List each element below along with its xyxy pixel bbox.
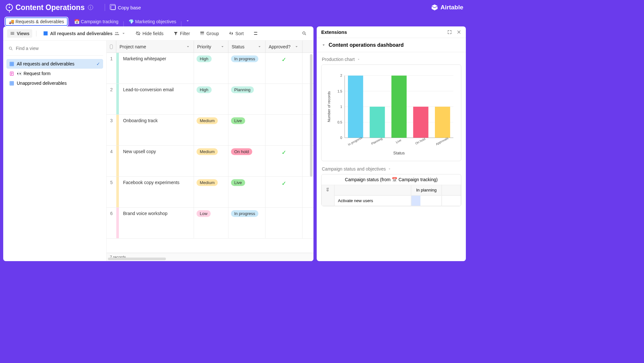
svg-rect-6 <box>254 34 257 35</box>
column-project[interactable]: Project name <box>116 41 194 53</box>
top-bar: Content Operations i Copy base Airtable <box>0 0 469 15</box>
column-status[interactable]: Status <box>228 41 265 53</box>
check-icon: ✓ <box>282 56 286 83</box>
cell-priority[interactable]: High <box>194 84 228 114</box>
chevron-down-icon <box>321 43 326 47</box>
row-number: 2 <box>107 84 116 114</box>
check-icon: ✓ <box>282 149 286 176</box>
cell-approved[interactable]: ✓ <box>265 53 303 83</box>
find-view-input[interactable] <box>16 46 101 51</box>
table-row[interactable]: 6Brand voice workshopLowIn progress <box>107 208 313 239</box>
airtable-logo[interactable]: Airtable <box>431 4 463 11</box>
svg-text:1: 1 <box>340 105 342 109</box>
row-height-button[interactable] <box>250 29 261 37</box>
sort-button[interactable]: Sort <box>226 29 247 38</box>
separator <box>105 4 105 11</box>
svg-text:0: 0 <box>340 136 342 140</box>
svg-rect-2 <box>200 32 204 33</box>
cell-priority[interactable]: Medium <box>194 177 228 207</box>
priority-bar <box>116 146 119 176</box>
pivot-row-label[interactable]: Activate new users <box>334 195 411 206</box>
view-item-unapproved[interactable]: Unapproved deliverables <box>6 78 103 88</box>
campaign-section-label[interactable]: Campaign status and objectives <box>322 166 461 172</box>
chevron-down-icon[interactable] <box>294 44 299 49</box>
vertical-scrollbar[interactable] <box>310 54 312 177</box>
extensions-pane: Extensions Content operations dashboard … <box>317 26 466 261</box>
chevron-down-icon <box>185 18 190 23</box>
cell-status[interactable]: In progress <box>228 53 265 83</box>
chart-section-label[interactable]: Production chart <box>322 57 461 62</box>
cell-approved[interactable] <box>265 115 303 145</box>
group-button[interactable]: Group <box>197 29 222 38</box>
view-item-request-form[interactable]: 👀 Request form <box>6 69 103 78</box>
priority-bar <box>116 53 119 83</box>
tab-campaign[interactable]: 📅 Campaign tracking <box>70 17 123 26</box>
cell-project[interactable]: Onboarding track <box>120 115 194 145</box>
eye-off-icon <box>136 31 140 36</box>
table-row[interactable]: 4New upsell copyMediumOn hold✓ <box>107 146 313 177</box>
expand-icon[interactable] <box>447 30 452 34</box>
select-all-cell[interactable] <box>107 41 116 53</box>
table-row[interactable]: 3Onboarding trackMediumLive <box>107 115 313 146</box>
checkbox[interactable] <box>110 44 113 49</box>
cell-project[interactable]: New upsell copy <box>120 146 194 176</box>
grid-pane: Views All requests and deliverables Hide… <box>3 26 313 261</box>
cell-project[interactable]: Facebook copy experiments <box>120 177 194 207</box>
table-row[interactable]: 2Lead-to-conversion emailHighPlanning <box>107 84 313 115</box>
info-icon[interactable]: i <box>88 5 93 10</box>
cell-project[interactable]: Marketing whitepaper <box>120 53 194 83</box>
cell-priority[interactable]: Low <box>194 208 228 238</box>
svg-text:1.5: 1.5 <box>337 89 342 93</box>
chevron-down-icon <box>357 57 360 61</box>
cell-status[interactable]: Planning <box>228 84 265 114</box>
chevron-down-icon[interactable] <box>186 44 190 49</box>
cell-priority[interactable]: Medium <box>194 146 228 176</box>
cell-approved[interactable]: ✓ <box>265 146 303 176</box>
cell-status[interactable]: In progress <box>228 208 265 238</box>
grid-header: Project name Priority Status Approv <box>107 41 313 53</box>
table-row[interactable]: 1Marketing whitepaperHighIn progress✓ <box>107 53 313 84</box>
close-icon[interactable] <box>457 30 461 34</box>
pivot-col-header: In planning <box>411 185 442 195</box>
table-row[interactable]: 5Facebook copy experimentsMediumLive✓ <box>107 177 313 208</box>
base-title[interactable]: Content Operations <box>15 3 85 12</box>
filter-button[interactable]: Filter <box>170 29 193 38</box>
cell-priority[interactable]: Medium <box>194 115 228 145</box>
chevron-down-icon[interactable] <box>220 44 225 49</box>
copy-base-button[interactable]: Copy base <box>111 5 141 10</box>
hide-fields-button[interactable]: Hide fields <box>133 29 166 38</box>
pivot-cell[interactable] <box>411 195 442 206</box>
current-view-button[interactable]: All requests and deliverables <box>40 29 129 38</box>
svg-rect-4 <box>200 34 204 35</box>
tab-marketing[interactable]: 💎 Marketing objectives <box>124 17 181 26</box>
cell-status[interactable]: Live <box>228 177 265 207</box>
priority-bar <box>116 177 119 207</box>
chevron-down-icon <box>388 167 391 171</box>
cell-project[interactable]: Brand voice workshop <box>120 208 194 238</box>
cell-project[interactable]: Lead-to-conversion email <box>120 84 194 114</box>
column-approved[interactable]: Approved? <box>265 41 303 53</box>
chevron-down-icon[interactable] <box>257 44 262 49</box>
cell-priority[interactable]: High <box>194 53 228 83</box>
views-button[interactable]: Views <box>7 29 32 38</box>
tab-requests[interactable]: 🚚 Requests & deliverables <box>5 17 68 26</box>
view-item-all-requests[interactable]: All requests and deliverables ✓ <box>6 59 103 69</box>
view-toolbar: Views All requests and deliverables Hide… <box>3 26 313 41</box>
column-priority[interactable]: Priority <box>194 41 228 53</box>
cell-approved[interactable]: ✓ <box>265 177 303 207</box>
campaign-pivot: Campaign status (from 📅 Campaign trackin… <box>321 174 461 206</box>
find-view[interactable] <box>6 44 103 56</box>
tab-more-chevron[interactable] <box>182 16 193 26</box>
filter-icon <box>173 31 178 36</box>
svg-text:Planning: Planning <box>370 137 383 145</box>
priority-bar <box>116 84 119 114</box>
cell-approved[interactable] <box>265 208 303 238</box>
cell-status[interactable]: On hold <box>228 146 265 176</box>
cell-approved[interactable] <box>265 84 303 114</box>
base-icon <box>6 4 13 11</box>
search-button[interactable] <box>299 29 310 37</box>
horizontal-scrollbar[interactable] <box>108 258 166 260</box>
views-sidebar: All requests and deliverables ✓ 👀 Reques… <box>3 41 107 261</box>
dashboard-selector[interactable]: Content operations dashboard <box>317 38 466 52</box>
cell-status[interactable]: Live <box>228 115 265 145</box>
